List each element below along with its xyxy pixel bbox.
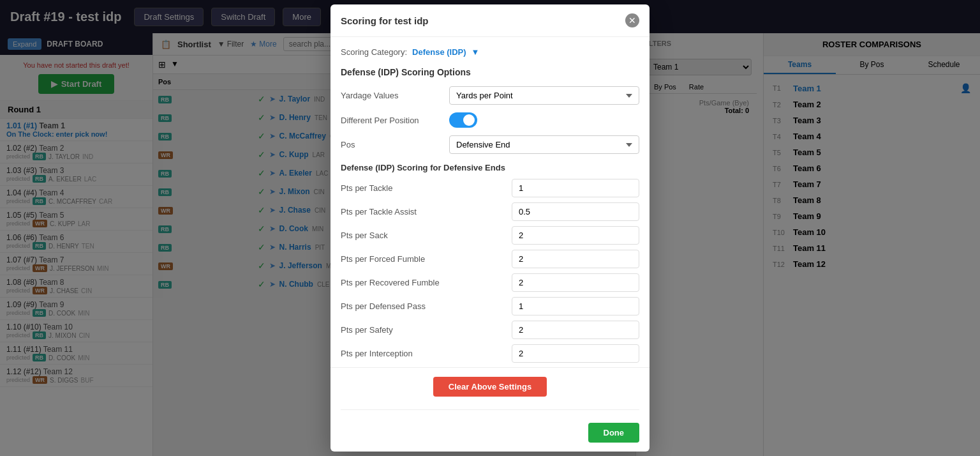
scoring-field-row: Pts per Tackle [341,179,639,197]
different-per-position-label: Different Per Position [341,116,443,125]
scoring-field-input[interactable] [512,202,639,221]
scoring-field-label: Pts per Forced Fumble [341,254,505,264]
scoring-field-label: Pts per Recovered Fumble [341,278,505,287]
different-per-position-toggle[interactable] [449,112,477,128]
scoring-field-label: Pts per Defensed Pass [341,301,505,311]
scoring-field-input[interactable] [512,226,639,245]
scoring-field-row: Pts per Tackle Assist [341,202,639,221]
scoring-field-row: Pts per Forced Fumble [341,250,639,268]
scoring-field-row: Pts per Defensed Pass [341,297,639,315]
scoring-field-input[interactable] [512,273,639,292]
scoring-field-input[interactable] [512,321,639,339]
yardage-values-label: Yardage Values [341,91,443,100]
pos-row: Pos Defensive End Linebacker Defensive T… [341,135,639,154]
category-dropdown-icon[interactable]: ▼ [471,47,480,57]
yardage-values-select[interactable]: Yards per Point Points per Yard [449,86,639,105]
scoring-fields: Pts per Tackle Pts per Tackle Assist Pts… [341,179,639,367]
scoring-field-row: Pts per Safety [341,321,639,339]
scoring-field-label: Pts per Tackle [341,183,505,193]
scoring-field-input[interactable] [512,297,639,315]
scoring-field-input[interactable] [512,344,639,363]
scoring-field-row: Pts per Sack [341,226,639,245]
scoring-field-row: Pts per Interception [341,344,639,363]
scoring-modal: Scoring for test idp ✕ Scoring Category:… [330,4,650,452]
scoring-field-label: Pts per Safety [341,325,505,335]
scoring-field-input[interactable] [512,179,639,197]
modal-close-button[interactable]: ✕ [625,13,639,27]
scoring-field-row: Pts per Recovered Fumble [341,273,639,292]
pos-select[interactable]: Defensive End Linebacker Defensive Tackl… [449,135,639,154]
scoring-field-label: Pts per Interception [341,349,505,358]
modal-header: Scoring for test idp ✕ [330,4,650,37]
scoring-category-value[interactable]: Defense (IDP) [412,47,466,57]
done-button[interactable]: Done [588,423,640,443]
pos-label: Pos [341,140,443,149]
scoring-field-label: Pts per Tackle Assist [341,207,505,217]
modal-footer: Clear Above Settings Done [330,367,650,452]
yardage-values-row: Yardage Values Yards per Point Points pe… [341,86,639,105]
scoring-field-input[interactable] [512,250,639,268]
different-per-position-row: Different Per Position [341,112,639,128]
clear-settings-button[interactable]: Clear Above Settings [433,377,547,397]
scoring-category-label: Scoring Category: [341,47,407,57]
scoring-field-label: Pts per Sack [341,231,505,240]
modal-title: Scoring for test idp [341,15,429,26]
scoring-category-row: Scoring Category: Defense (IDP) ▼ [341,47,639,57]
modal-body: Scoring Category: Defense (IDP) ▼ Defens… [330,37,650,367]
section-title: Defense (IDP) Scoring Options [341,67,639,77]
modal-overlay: Scoring for test idp ✕ Scoring Category:… [0,0,980,456]
sub-section-title: Defense (IDP) Scoring for Defensive Ends [341,163,639,172]
